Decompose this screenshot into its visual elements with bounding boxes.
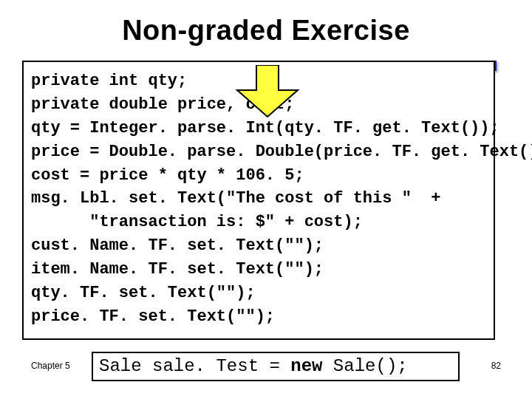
code-line: "transaction is: $" + cost); — [31, 213, 363, 231]
sale-suffix: Sale(); — [322, 356, 407, 376]
slide: Non-graded Exercise private int qty; pri… — [0, 0, 532, 399]
code-line: cust. Name. TF. set. Text(""); — [31, 236, 324, 255]
code-line: msg. Lbl. set. Text("The cost of this " … — [31, 189, 441, 208]
code-line: qty = Integer. parse. Int(qty. TF. get. … — [31, 119, 499, 137]
chapter-label: Chapter 5 — [31, 361, 70, 371]
code-line: price. TF. set. Text(""); — [31, 307, 275, 326]
code-line: price = Double. parse. Double(price. TF.… — [31, 143, 532, 161]
slide-title: Non-graded Exercise — [0, 15, 532, 47]
code-box: private int qty; private double price, c… — [22, 61, 495, 340]
sale-code-box: Sale sale. Test = new Sale(); — [92, 352, 460, 381]
sale-keyword: new — [290, 356, 322, 376]
code-line: cost = price * qty * 106. 5; — [31, 166, 304, 185]
footer: Chapter 5 Sale sale. Test = new Sale(); … — [0, 349, 532, 381]
code-line: item. Name. TF. set. Text(""); — [31, 260, 324, 279]
code-line: private double price, cost; — [31, 95, 294, 114]
code-line: qty. TF. set. Text(""); — [31, 284, 256, 302]
page-number: 82 — [491, 361, 501, 371]
code-line: private int qty; — [31, 72, 187, 90]
sale-prefix: Sale sale. Test = — [99, 356, 290, 376]
